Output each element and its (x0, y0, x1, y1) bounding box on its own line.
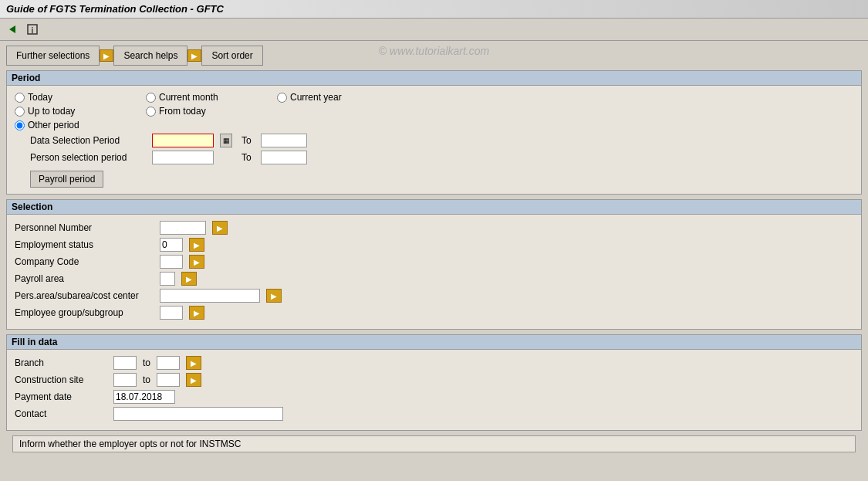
person-selection-to-label: To (241, 152, 252, 163)
period-radio-group-1: Today Current month Current year (15, 92, 853, 103)
pers-area-row: Pers.area/subarea/cost center ▶ (15, 289, 853, 303)
radio-up-to-today-item: Up to today (15, 106, 146, 117)
personnel-number-input[interactable] (160, 221, 206, 235)
title-text: Guide of FGTS Termination Collection - G… (6, 3, 224, 15)
payment-date-label: Payment date (15, 391, 107, 402)
search-helps-label: Search helps (123, 50, 177, 61)
search-helps-tab[interactable]: Search helps (113, 46, 187, 66)
fill-in-data-title: Fill in data (7, 335, 861, 350)
employment-status-label: Employment status (15, 239, 154, 250)
info-icon[interactable]: i (25, 22, 40, 37)
radio-today[interactable] (15, 93, 25, 103)
pers-area-arrow[interactable]: ▶ (266, 289, 282, 303)
sort-order-tab[interactable]: Sort order (201, 46, 262, 66)
construction-site-label: Construction site (15, 374, 107, 385)
svg-marker-0 (9, 25, 15, 33)
employee-group-input[interactable] (160, 306, 183, 320)
personnel-number-row: Personnel Number ▶ (15, 221, 853, 235)
person-selection-row: Person selection period To (15, 151, 853, 164)
employment-status-arrow[interactable]: ▶ (189, 238, 204, 252)
fill-in-data-content: Branch to ▶ Construction site to ▶ Payme… (7, 350, 861, 430)
data-selection-to-label: To (241, 135, 252, 146)
contact-label: Contact (15, 408, 107, 419)
selection-content: Personnel Number ▶ Employment status ▶ C… (7, 215, 861, 329)
search-helps-arrow[interactable]: ▶ (187, 49, 201, 62)
status-bar: Inform whether the employer opts or not … (12, 435, 856, 452)
sort-order-label: Sort order (211, 50, 252, 61)
radio-up-to-today[interactable] (15, 107, 25, 117)
title-bar: Guide of FGTS Termination Collection - G… (0, 0, 868, 19)
further-selections-tab[interactable]: Further selections (6, 46, 100, 66)
construction-site-arrow[interactable]: ▶ (186, 373, 201, 387)
payroll-area-label: Payroll area (15, 273, 154, 284)
company-code-input[interactable] (160, 255, 183, 269)
svg-text:i: i (32, 26, 34, 35)
company-code-row: Company Code ▶ (15, 255, 853, 269)
data-selection-row: Data Selection Period ▦ To (15, 134, 853, 147)
status-text: Inform whether the employer opts or not … (19, 439, 241, 449)
employee-group-arrow[interactable]: ▶ (189, 306, 204, 320)
person-selection-label: Person selection period (30, 152, 146, 163)
main-content: Period Today Current month Current year (0, 66, 868, 457)
pers-area-label: Pers.area/subarea/cost center (15, 290, 154, 301)
radio-from-today-label: From today (159, 106, 206, 117)
radio-today-item: Today (15, 92, 146, 103)
person-selection-from-input[interactable] (152, 151, 214, 164)
payroll-area-arrow[interactable]: ▶ (181, 272, 197, 286)
branch-to-label: to (143, 357, 150, 368)
branch-to-input[interactable] (157, 356, 180, 370)
fill-in-data-section: Fill in data Branch to ▶ Construction si… (6, 334, 862, 431)
radio-other-period-item: Other period (15, 120, 146, 130)
payment-date-input[interactable] (113, 390, 175, 404)
selection-section: Selection Personnel Number ▶ Employment … (6, 199, 862, 330)
data-selection-to-input[interactable] (261, 134, 307, 147)
branch-label: Branch (15, 357, 107, 368)
contact-row: Contact (15, 407, 853, 421)
period-section: Period Today Current month Current year (6, 70, 862, 195)
back-icon[interactable] (5, 22, 20, 37)
radio-current-month-item: Current month (146, 92, 277, 103)
radio-current-month-label: Current month (159, 92, 218, 103)
toolbar: i (0, 19, 868, 41)
selection-title: Selection (7, 200, 861, 215)
radio-up-to-today-label: Up to today (28, 106, 75, 117)
period-radio-group-2: Up to today From today (15, 106, 853, 117)
company-code-arrow[interactable]: ▶ (189, 255, 204, 269)
employee-group-row: Employee group/subgroup ▶ (15, 306, 853, 320)
data-selection-from-input[interactable] (152, 134, 214, 147)
pers-area-input[interactable] (160, 289, 260, 303)
watermark: © www.tutorialkart.com (379, 45, 489, 57)
radio-from-today[interactable] (146, 107, 156, 117)
construction-site-to-label: to (143, 374, 150, 385)
branch-from-input[interactable] (113, 356, 137, 370)
data-selection-calendar-btn[interactable]: ▦ (220, 134, 232, 147)
contact-input[interactable] (113, 407, 283, 421)
construction-site-from-input[interactable] (113, 373, 137, 387)
company-code-label: Company Code (15, 256, 154, 267)
payment-date-row: Payment date (15, 390, 853, 404)
person-selection-to-input[interactable] (261, 151, 307, 164)
payroll-area-row: Payroll area ▶ (15, 272, 853, 286)
radio-other-period[interactable] (15, 120, 25, 130)
radio-other-period-label: Other period (28, 120, 79, 130)
personnel-number-label: Personnel Number (15, 222, 154, 233)
radio-from-today-item: From today (146, 106, 277, 117)
payroll-area-input[interactable] (160, 272, 175, 286)
period-radio-group-3: Other period (15, 120, 853, 130)
employment-status-input[interactable] (160, 238, 183, 252)
radio-current-year-item: Current year (277, 92, 408, 103)
further-selections-label: Further selections (16, 50, 90, 61)
further-selections-arrow[interactable]: ▶ (100, 49, 113, 62)
radio-today-label: Today (28, 92, 52, 103)
construction-site-to-input[interactable] (157, 373, 180, 387)
period-content: Today Current month Current year Up to t… (7, 86, 861, 194)
employment-status-row: Employment status ▶ (15, 238, 853, 252)
radio-current-year-label: Current year (290, 92, 342, 103)
radio-current-year[interactable] (277, 93, 287, 103)
branch-arrow[interactable]: ▶ (186, 356, 201, 370)
payroll-period-btn[interactable]: Payroll period (30, 171, 103, 188)
employee-group-label: Employee group/subgroup (15, 307, 154, 318)
radio-current-month[interactable] (146, 93, 156, 103)
personnel-number-arrow[interactable]: ▶ (212, 221, 228, 235)
construction-site-row: Construction site to ▶ (15, 373, 853, 387)
